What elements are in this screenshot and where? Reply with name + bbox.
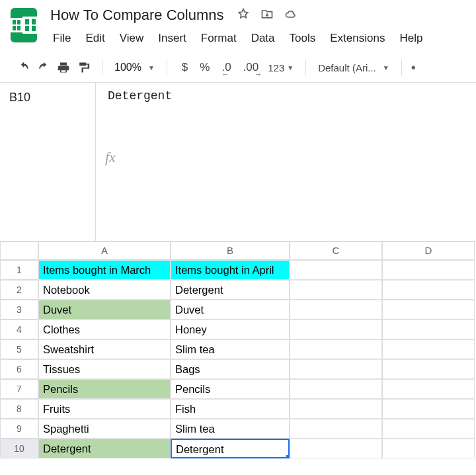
cell[interactable]: Detergent	[171, 280, 290, 300]
doc-title[interactable]: How To Compare Columns	[46, 5, 227, 25]
cell[interactable]	[382, 339, 475, 359]
fx-icon: fx	[96, 109, 476, 206]
cell[interactable]	[290, 280, 382, 300]
cell[interactable]	[382, 300, 475, 320]
col-header-d[interactable]: D	[382, 241, 475, 260]
row-header[interactable]: 5	[0, 339, 38, 359]
cell[interactable]	[382, 359, 475, 379]
cell[interactable]	[290, 379, 382, 399]
zoom-select[interactable]: 100% ▼	[114, 62, 155, 73]
cell[interactable]	[290, 339, 382, 359]
cell[interactable]: Spaghetti	[38, 419, 171, 439]
cell[interactable]	[290, 419, 382, 439]
row-header[interactable]: 4	[0, 320, 38, 339]
formula-bar-value[interactable]: Detergent	[96, 83, 476, 109]
menu-help[interactable]: Help	[393, 29, 429, 48]
cell[interactable]	[290, 399, 382, 419]
name-box[interactable]: B10	[0, 83, 96, 241]
cloud-icon[interactable]	[284, 7, 298, 23]
row-header[interactable]: 7	[0, 379, 38, 399]
cell[interactable]	[382, 260, 475, 280]
col-header-b[interactable]: B	[171, 241, 290, 260]
cell[interactable]: Items bought in March	[38, 260, 171, 280]
menubar: File Edit View Insert Format Data Tools …	[46, 29, 465, 48]
row-header[interactable]: 10	[0, 439, 38, 458]
undo-icon[interactable]	[17, 61, 30, 74]
toolbar-overflow[interactable]: •	[407, 60, 416, 75]
font-select[interactable]: Default (Ari...▼	[318, 62, 389, 73]
cell[interactable]: Slim tea	[171, 339, 290, 359]
col-header-a[interactable]: A	[38, 241, 171, 260]
row-header[interactable]: 8	[0, 399, 38, 419]
more-formats-button[interactable]: 123▼	[268, 62, 294, 73]
cell[interactable]	[290, 300, 382, 320]
menu-insert[interactable]: Insert	[151, 29, 193, 48]
cell[interactable]: Pencils	[171, 379, 290, 399]
menu-file[interactable]: File	[46, 29, 77, 48]
cell[interactable]: Sweatshirt	[38, 339, 171, 359]
cell[interactable]	[290, 320, 382, 339]
cell[interactable]: Tissues	[38, 359, 171, 379]
cell[interactable]: Bags	[171, 359, 290, 379]
menu-data[interactable]: Data	[245, 29, 282, 48]
cell[interactable]: Duvet	[171, 300, 290, 320]
cell[interactable]	[382, 379, 475, 399]
currency-button[interactable]: $	[179, 61, 190, 74]
cell[interactable]: Detergent	[38, 439, 171, 458]
decrease-decimal-button[interactable]: .0←	[219, 61, 233, 74]
cell[interactable]: Clothes	[38, 320, 171, 339]
move-icon[interactable]	[260, 7, 274, 23]
cell[interactable]: Fruits	[38, 399, 171, 419]
star-icon[interactable]	[237, 7, 250, 23]
cell[interactable]: Slim tea	[171, 419, 290, 439]
cell[interactable]: Items bought in April	[171, 260, 290, 280]
cell[interactable]	[382, 320, 475, 339]
paint-format-icon[interactable]	[77, 61, 90, 74]
row-header[interactable]: 3	[0, 300, 38, 320]
menu-view[interactable]: View	[113, 29, 151, 48]
cell[interactable]	[382, 280, 475, 300]
cell[interactable]	[382, 419, 475, 439]
menu-edit[interactable]: Edit	[79, 29, 111, 48]
cell[interactable]	[290, 260, 382, 280]
cell[interactable]	[290, 439, 382, 458]
spreadsheet-grid[interactable]: ABCD1Items bought in MarchItems bought i…	[0, 241, 476, 458]
row-header[interactable]: 6	[0, 359, 38, 379]
cell[interactable]: Honey	[171, 320, 290, 339]
toolbar: 100% ▼ $ % .0← .00→ 123▼ Default (Ari...…	[0, 53, 476, 83]
print-icon[interactable]	[57, 61, 70, 74]
menu-format[interactable]: Format	[194, 29, 243, 48]
redo-icon[interactable]	[37, 61, 50, 74]
cell[interactable]: Notebook	[38, 280, 171, 300]
row-header[interactable]: 1	[0, 260, 38, 280]
sheets-logo[interactable]	[11, 8, 37, 42]
menu-tools[interactable]: Tools	[283, 29, 323, 48]
cell[interactable]	[382, 399, 475, 419]
row-header[interactable]: 2	[0, 280, 38, 300]
col-header-c[interactable]: C	[290, 241, 382, 260]
cell[interactable]	[382, 439, 475, 458]
menu-extensions[interactable]: Extensions	[323, 29, 391, 48]
percent-button[interactable]: %	[197, 61, 212, 74]
cell[interactable]	[290, 359, 382, 379]
cell[interactable]: Duvet	[38, 300, 171, 320]
increase-decimal-button[interactable]: .00→	[241, 61, 262, 74]
cell[interactable]: Fish	[171, 399, 290, 419]
cell[interactable]: Detergent	[171, 439, 290, 458]
cell[interactable]: Pencils	[38, 379, 171, 399]
row-header[interactable]: 9	[0, 419, 38, 439]
